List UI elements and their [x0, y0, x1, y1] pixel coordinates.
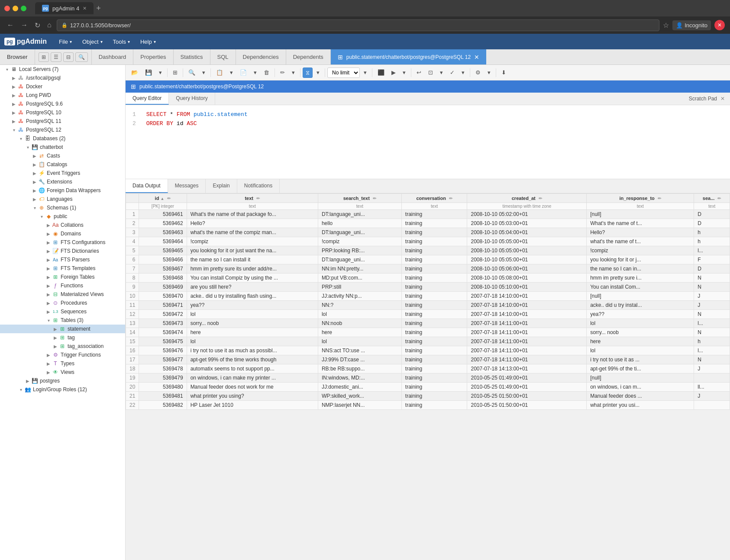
sidebar-item-languages[interactable]: ▶ 🏷 Languages [0, 195, 125, 203]
sidebar-item-pgsql[interactable]: ▶ 🖧 /usr/local/pgsql [0, 74, 125, 82]
filter-button[interactable]: ⧖ [303, 68, 313, 78]
sidebar-item-tag-association[interactable]: ▶ ⊞ tag_association [0, 342, 125, 351]
tab-dashboard[interactable]: Dashboard [92, 49, 134, 64]
close-button[interactable] [4, 6, 10, 11]
menu-tools[interactable]: Tools ▾ [108, 36, 135, 48]
sidebar-item-pg10[interactable]: ▶ 🖧 PostgreSQL 10 [0, 108, 125, 117]
table-row[interactable]: 20 5369480 Manual feeder does not work f… [126, 383, 730, 392]
data-table-container[interactable]: id ▲ ✏ text ✏ search_text ✏ conversation… [126, 193, 730, 560]
sidebar-item-pg96[interactable]: ▶ 🖧 PostgreSQL 9.6 [0, 100, 125, 108]
sidebar-item-login-roles[interactable]: ▾ 👥 Login/Group Roles (12) [0, 385, 125, 394]
new-tab-button[interactable]: + [96, 4, 101, 13]
tab-properties[interactable]: Properties [133, 49, 173, 64]
sidebar-item-tables[interactable]: ▾ ⊞ Tables (3) [0, 316, 125, 325]
macro-button[interactable]: ⚙ [472, 68, 484, 77]
transaction-button[interactable]: ⊡ [425, 68, 436, 77]
sidebar-item-fts-parsers[interactable]: ▶ Aa FTS Parsers [0, 255, 125, 264]
active-browser-tab[interactable]: pg pgAdmin 4 ✕ [35, 2, 94, 14]
sidebar-item-postgres[interactable]: ▶ 💾 postgres [0, 377, 125, 385]
table-row[interactable]: 11 5369471 yea?? NN:? training 2007-07-1… [126, 301, 730, 310]
table-row[interactable]: 15 5369475 lol lol training 2007-07-18 1… [126, 337, 730, 346]
table-view-button[interactable]: ⊞ [170, 68, 181, 77]
table-row[interactable]: 19 5369479 on windows, i can make my pri… [126, 373, 730, 383]
stop-button[interactable]: ⬛ [375, 68, 388, 77]
paste-button[interactable]: 📄 [237, 68, 250, 77]
table-row[interactable]: 17 5369477 apt-get 99% of the time works… [126, 355, 730, 364]
table-row[interactable]: 10 5369470 acke.. did u try installing f… [126, 292, 730, 301]
sidebar-item-fts-conf[interactable]: ▶ ⊞ FTS Configurations [0, 238, 125, 247]
commit-button[interactable]: ✓ [447, 68, 458, 77]
reload-button[interactable]: ↻ [33, 19, 42, 31]
sidebar-item-trigger-functions[interactable]: ▶ ⚙ Trigger Functions [0, 351, 125, 359]
back-button[interactable]: ← [5, 19, 16, 31]
tab-dependencies[interactable]: Dependencies [236, 49, 286, 64]
edit-dropdown-button[interactable]: ▾ [289, 68, 298, 77]
copy-button[interactable]: 📋 [213, 68, 226, 77]
table-row[interactable]: 22 5369482 HP Laser Jet 1010 NMP:laserje… [126, 401, 730, 410]
tab-statistics[interactable]: Statistics [174, 49, 210, 64]
table-row[interactable]: 7 5369467 hmm im pretty sure its under a… [126, 264, 730, 274]
tab-dependents[interactable]: Dependents [286, 49, 331, 64]
download-button[interactable]: ⬇ [498, 68, 509, 77]
table-row[interactable]: 3 5369463 what's the name of the compiz … [126, 228, 730, 237]
tab-messages[interactable]: Messages [168, 179, 206, 193]
edit-col-icon[interactable]: ✏ [256, 196, 260, 201]
edit-col-icon[interactable]: ✏ [373, 196, 376, 201]
forward-button[interactable]: → [19, 19, 29, 31]
table-row[interactable]: 16 5369476 i try not to use it as much a… [126, 346, 730, 355]
save-button[interactable]: 💾 [142, 68, 155, 77]
sidebar-item-fdw[interactable]: ▶ 🌐 Foreign Data Wrappers [0, 186, 125, 195]
home-button[interactable]: ⌂ [45, 19, 53, 31]
table-row[interactable]: 2 5369462 Hello? hello training 2008-10-… [126, 219, 730, 228]
table-row[interactable]: 1 5369461 What's the name of that packag… [126, 210, 730, 219]
edit-button[interactable]: ✏ [277, 68, 288, 77]
edit-col-icon[interactable]: ✏ [658, 196, 661, 201]
sidebar-item-schemas[interactable]: ▾ ⊕ Schemas (1) [0, 203, 125, 212]
profile-button[interactable]: 👤 Incognito [672, 20, 711, 30]
table-row[interactable]: 13 5369473 sorry... noob NN:noob trainin… [126, 319, 730, 328]
minimize-button[interactable] [13, 6, 18, 11]
table-row[interactable]: 9 5369469 are you still here? PRP:still … [126, 283, 730, 292]
table-row[interactable]: 21 5369481 what printer you using? WP:sk… [126, 392, 730, 401]
sidebar-item-catalogs[interactable]: ▶ 📋 Catalogs [0, 160, 125, 169]
col-id-header[interactable]: id ▲ ✏ [139, 194, 187, 203]
menu-file[interactable]: File ▾ [54, 36, 77, 48]
tab-query-editor[interactable]: Query Editor [126, 93, 169, 105]
col-created-at-header[interactable]: created_at ✏ [467, 194, 587, 203]
sidebar-item-pg12[interactable]: ▾ 🖧 PostgreSQL 12 [0, 126, 125, 134]
paste-dropdown-button[interactable]: ▾ [251, 68, 260, 77]
filter-dropdown-button[interactable]: ▾ [313, 68, 323, 77]
copy-dropdown-button[interactable]: ▾ [227, 68, 236, 77]
code-editor[interactable]: 1 SELECT * FROM public.statement 2 ORDER… [126, 105, 730, 179]
tab-query-history[interactable]: Query History [169, 93, 215, 105]
sidebar-item-domains[interactable]: ▶ ◉ Domains [0, 229, 125, 238]
sidebar-item-longpwd[interactable]: ▶ 🖧 Long PWD [0, 91, 125, 100]
table-row[interactable]: 6 5369466 the name so I can install it D… [126, 255, 730, 264]
table-row[interactable]: 5 5369465 you looking for it or just wan… [126, 246, 730, 255]
table-row[interactable]: 4 5369464 !compiz !compiz training 2008-… [126, 237, 730, 246]
macro-dropdown-button[interactable]: ▾ [485, 68, 494, 77]
bookmark-icon[interactable]: ☆ [663, 21, 669, 29]
edit-col-icon[interactable]: ✏ [449, 196, 452, 201]
run-button[interactable]: ▶ [388, 68, 399, 77]
sidebar-item-collations[interactable]: ▶ Aa Collations [0, 221, 125, 229]
search-button[interactable]: 🔍 [75, 52, 88, 62]
sidebar-item-functions[interactable]: ▶ ƒ Functions [0, 281, 125, 290]
table-row[interactable]: 18 5369478 automatix seems to not suppor… [126, 364, 730, 373]
tab-close-icon[interactable]: ✕ [83, 6, 87, 11]
close-profile-icon[interactable]: ✕ [714, 20, 725, 30]
sidebar-item-statement[interactable]: ▶ ⊞ statement [0, 325, 125, 333]
sidebar-item-extensions[interactable]: ▶ 🔧 Extensions [0, 177, 125, 186]
menu-object[interactable]: Object ▾ [77, 36, 108, 48]
table-row[interactable]: 12 5369472 lol lol training 2007-07-18 1… [126, 310, 730, 319]
edit-col-icon[interactable]: ✏ [539, 196, 542, 201]
details-view-button[interactable]: ⊟ [63, 52, 74, 62]
list-view-button[interactable]: ☰ [51, 52, 61, 62]
sidebar-item-procedures[interactable]: ▶ ⊙ Procedures [0, 299, 125, 307]
sidebar-item-docker[interactable]: ▶ 🖧 Docker [0, 82, 125, 91]
commit-dropdown-button[interactable]: ▾ [459, 68, 468, 77]
col-sea-header[interactable]: sea... ✏ [694, 194, 730, 203]
sidebar-item-casts[interactable]: ▶ ⇄ Casts [0, 151, 125, 160]
sidebar-item-event-triggers[interactable]: ▶ ⚡ Event Triggers [0, 169, 125, 177]
transaction-dropdown-button[interactable]: ▾ [437, 68, 446, 77]
